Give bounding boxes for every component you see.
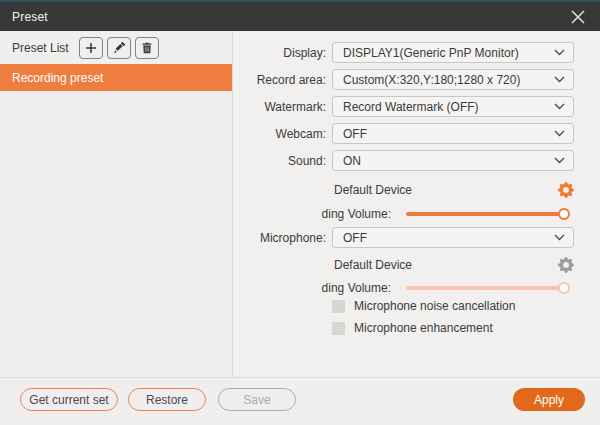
plus-icon [85,42,97,54]
noise-cancellation-row: Microphone noise cancellation [332,299,515,313]
sidebar: Preset List [0,31,233,377]
microphone-value: OFF [343,231,554,245]
webcam-dropdown[interactable]: OFF [332,123,574,144]
display-row: Display: DISPLAY1(Generic PnP Monitor) [233,42,574,63]
noise-cancellation-checkbox[interactable] [332,300,345,313]
slider-track [406,212,569,216]
webcam-label: Webcam: [233,127,326,141]
slider-track [406,286,569,290]
sound-device-name: Default Device [334,183,412,197]
settings-panel: Display: DISPLAY1(Generic PnP Monitor) R… [233,31,600,377]
record-area-dropdown[interactable]: Custom(X:320,Y:180;1280 x 720) [332,69,574,90]
trash-icon [141,42,153,54]
watermark-label: Watermark: [233,100,326,114]
microphone-volume-slider[interactable] [406,281,569,295]
add-preset-button[interactable] [79,37,103,59]
close-icon[interactable] [566,6,590,28]
display-value: DISPLAY1(Generic PnP Monitor) [343,46,554,60]
slider-knob[interactable] [558,208,570,220]
edit-preset-button[interactable] [107,37,131,59]
record-area-row: Record area: Custom(X:320,Y:180;1280 x 7… [233,69,574,90]
sound-value: ON [343,154,554,168]
sound-label: Sound: [233,154,326,168]
apply-button[interactable]: Apply [513,388,585,411]
watermark-value: Record Watermark (OFF) [343,100,554,114]
preset-toolbar [79,37,159,59]
record-area-label: Record area: [233,73,326,87]
chevron-down-icon [554,130,565,137]
preset-list-label: Preset List [12,41,69,55]
enhancement-label: Microphone enhancement [354,321,493,335]
pencil-icon [113,42,125,54]
restore-button[interactable]: Restore [128,388,206,411]
display-dropdown[interactable]: DISPLAY1(Generic PnP Monitor) [332,42,574,63]
preset-window: Preset Preset List [0,0,600,425]
sound-volume-row: ding Volume: [233,207,574,221]
sound-dropdown[interactable]: ON [332,150,574,171]
microphone-device-name: Default Device [334,258,412,272]
titlebar: Preset [0,2,600,31]
sidebar-item-recording-preset[interactable]: Recording preset [0,64,232,91]
microphone-volume-row: ding Volume: [233,281,574,295]
sound-settings-gear-icon[interactable] [558,182,574,198]
chevron-down-icon [554,157,565,164]
microphone-settings-gear-icon[interactable] [558,257,574,273]
enhancement-row: Microphone enhancement [332,321,493,335]
window-title: Preset [12,10,48,24]
delete-preset-button[interactable] [135,37,159,59]
microphone-label: Microphone: [233,231,326,245]
sound-volume-slider[interactable] [406,207,569,221]
chevron-down-icon [554,234,565,241]
microphone-dropdown[interactable]: OFF [332,227,574,248]
chevron-down-icon [554,103,565,110]
display-label: Display: [233,46,326,60]
sound-device-row: Default Device [334,182,574,198]
microphone-device-row: Default Device [334,257,574,273]
sidebar-item-label: Recording preset [12,71,103,85]
chevron-down-icon [554,49,565,56]
sound-volume-label: ding Volume: [233,207,391,221]
watermark-dropdown[interactable]: Record Watermark (OFF) [332,96,574,117]
microphone-row: Microphone: OFF [233,227,574,248]
chevron-down-icon [554,76,565,83]
webcam-value: OFF [343,127,554,141]
preset-list-header: Preset List [0,31,232,64]
webcam-row: Webcam: OFF [233,123,574,144]
enhancement-checkbox[interactable] [332,322,345,335]
microphone-volume-label: ding Volume: [233,281,391,295]
footer-bar: Get current set Restore Save Apply [0,377,600,425]
dialog-body: Preset List [0,31,600,377]
watermark-row: Watermark: Record Watermark (OFF) [233,96,574,117]
slider-knob[interactable] [558,282,570,294]
noise-cancellation-label: Microphone noise cancellation [354,299,515,313]
record-area-value: Custom(X:320,Y:180;1280 x 720) [343,73,554,87]
sound-row: Sound: ON [233,150,574,171]
get-current-set-button[interactable]: Get current set [20,388,118,411]
save-button[interactable]: Save [218,388,296,411]
